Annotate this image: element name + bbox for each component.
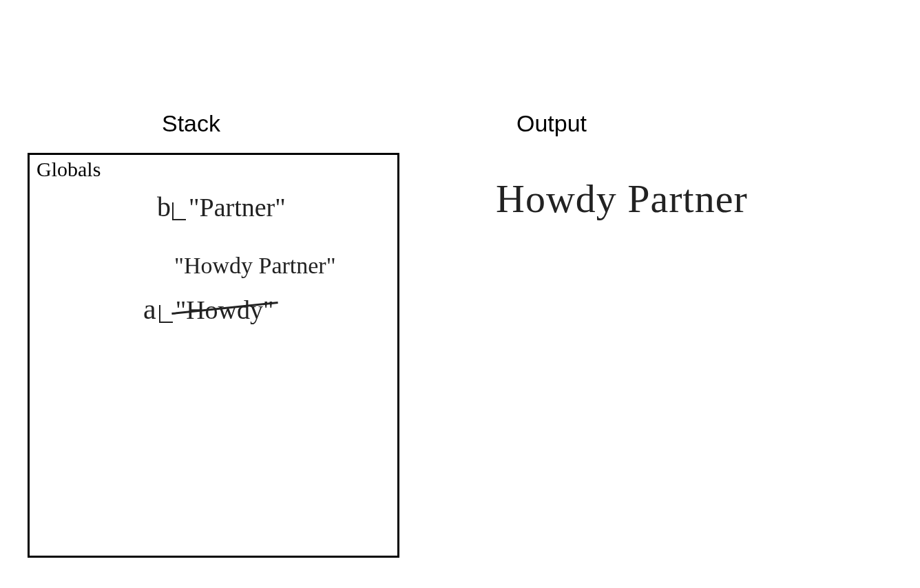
stack-heading: Stack [162, 110, 220, 137]
output-heading: Output [516, 110, 587, 137]
variable-b-entry: b"Partner" [157, 191, 286, 223]
assign-bracket-icon [172, 202, 186, 220]
assign-bracket-icon [159, 305, 173, 323]
globals-label: Globals [36, 158, 101, 181]
variable-b-name: b [157, 191, 171, 222]
variable-a-new-value: "Howdy Partner" [174, 253, 336, 279]
output-line: Howdy Partner [496, 176, 748, 221]
variable-b-value: "Partner" [189, 193, 286, 222]
globals-stack-frame: Globals b"Partner" "Howdy Partner" a"How… [28, 153, 399, 558]
variable-a-entry: a"Howdy" [143, 293, 274, 326]
variable-a-name: a [143, 293, 156, 325]
program-output: Howdy Partner [496, 176, 748, 222]
variable-a-old-value-struck: "Howdy" [176, 295, 274, 325]
